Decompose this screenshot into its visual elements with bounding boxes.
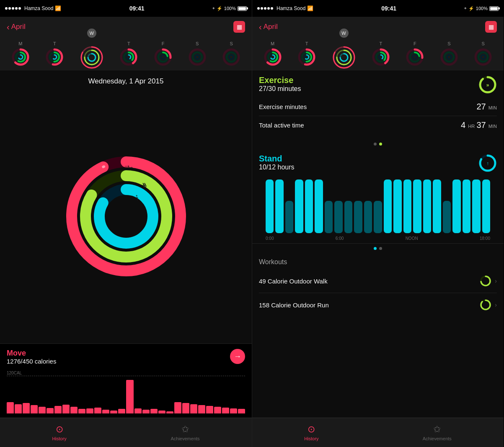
day-ring-sun-r [474,48,492,66]
workout-row-2[interactable]: 158 Calorie Outdoor Run › [259,293,497,317]
calorie-bar-24 [198,405,205,413]
tab-achievements-right[interactable]: ✩ Achievements [423,424,452,441]
calorie-bar-4 [39,407,46,413]
day-item-thu-r[interactable]: T [372,41,390,66]
day-item-sun-r[interactable]: S [474,41,492,66]
day-item-mon-r[interactable]: M [264,41,282,66]
right-phone-panel: Hamza Sood 📶 09:41 ⌖ ⚡ 100% ‹ April M [252,0,504,447]
stand-chart: 0:00 6:00 NOON 18:00 [259,176,497,243]
calorie-bar-25 [206,406,213,413]
workout-chevron-1: › [495,278,497,284]
status-time-left: 09:41 [129,5,145,12]
workout-ring-1 [480,275,491,287]
activity-rings-svg: → » ↑ → » ↑ [63,153,189,279]
day-item-tue-r[interactable]: T [297,41,316,66]
battery-label: 100% [224,6,236,11]
day-ring-sun [222,48,240,66]
status-left: Hamza Sood 📶 [5,5,61,11]
carrier-name: Hamza Sood [24,5,53,11]
workout-row-1[interactable]: 49 Calorie Outdoor Walk › [259,269,497,293]
back-button-right[interactable]: ‹ April [259,22,278,32]
calorie-bar-3 [31,405,38,413]
workout-chevron-2: › [495,301,497,308]
exercise-title: Exercise [259,75,301,85]
day-item-thu[interactable]: T [119,41,138,66]
active-time-hr-unit: HR [468,124,475,129]
day-item-wed-r[interactable]: W [332,36,356,71]
nav-header-right: ‹ April [252,17,504,37]
day-letter-sun-r: S [482,41,485,46]
stand-bar-1 [275,179,283,233]
back-chevron-left: ‹ [7,22,10,32]
stand-dot-2 [379,247,382,250]
day-letter-thu-r: T [380,41,383,46]
chart-label: 120CAL [7,371,22,375]
exercise-dot-1 [374,143,377,146]
day-item-wed-active[interactable]: W [80,36,104,71]
stand-title: Stand [259,154,295,164]
exercise-progress: 27/30 minutes [259,85,301,93]
day-item-sat[interactable]: S [188,41,207,66]
battery-label-right: 100% [476,6,488,11]
status-time-right: 09:41 [381,5,396,12]
day-ring-mon [11,48,30,66]
day-letter-wed-r: W [339,29,349,38]
calorie-bar-6 [54,406,62,413]
day-item-sat-r[interactable]: S [440,41,458,66]
calorie-bar-15 [126,380,133,413]
day-item-fri-r[interactable]: F [406,41,424,66]
tab-history-left[interactable]: ⊙ History [52,424,66,441]
day-item-mon[interactable]: M [11,41,30,66]
stand-header: Stand 10/12 hours ↑ [259,154,497,174]
achievements-icon-right: ✩ [433,424,441,435]
day-item-fri[interactable]: F [154,41,172,66]
active-time-label: Total active time [259,122,304,129]
exercise-dot-2 [379,143,382,146]
exercise-ring-icon: » [478,75,497,94]
calorie-bar-5 [47,408,54,413]
exercise-page-dots [252,139,504,149]
stand-bar-2 [285,201,293,233]
tab-achievements-label-left: Achievements [171,436,199,441]
stand-bar-19 [452,179,460,233]
tab-bar-right: ⊙ History ✩ Achievements [252,418,504,447]
stand-bar-9 [354,201,362,233]
move-calories: 1276/450 calories [7,358,56,365]
back-chevron-right: ‹ [259,22,262,32]
move-title: Move [7,349,56,358]
workout-ring-2 [480,299,491,311]
tab-history-label-left: History [52,436,66,441]
week-strip-right: M T W [252,37,504,70]
tab-bar-left: ⊙ History ✩ Achievements [0,418,252,447]
day-letter-sat-r: S [447,41,450,46]
day-item-tue[interactable]: T [45,41,64,66]
day-letter-sun: S [230,41,233,46]
stand-title-group: Stand 10/12 hours [259,154,295,174]
week-strip-left: M T W [0,37,252,70]
back-button-left[interactable]: ‹ April [7,22,26,32]
stand-bar-17 [433,179,441,233]
time-noon: NOON [406,236,418,241]
wifi-icon-right: 📶 [307,5,313,11]
battery-fill [238,7,246,10]
day-item-sun[interactable]: S [222,41,240,66]
tab-history-right[interactable]: ⊙ History [304,424,318,441]
calendar-button-right[interactable] [485,21,497,33]
svg-point-82 [481,55,485,59]
calorie-bar-27 [222,408,229,413]
nav-header-left: ‹ April [0,17,252,37]
calorie-bar-12 [102,410,109,413]
bluetooth-icon-right: ⚡ [468,6,474,11]
move-detail-button[interactable]: → [230,349,245,364]
tab-achievements-left[interactable]: ✩ Achievements [171,424,199,441]
workout-name-2: 158 Calorie Outdoor Run [259,301,329,309]
bluetooth-icon: ⚡ [217,6,222,11]
activity-main: Wednesday, 1 Apr 2015 → » ↑ → [0,70,252,343]
svg-text:↑: ↑ [136,195,139,202]
day-letter-mon: M [18,41,22,46]
day-letter-fri: F [162,41,165,46]
calorie-bar-19 [158,411,165,413]
day-ring-wed-r [332,45,356,70]
calendar-button-left[interactable] [233,21,245,33]
svg-point-33 [227,52,236,62]
